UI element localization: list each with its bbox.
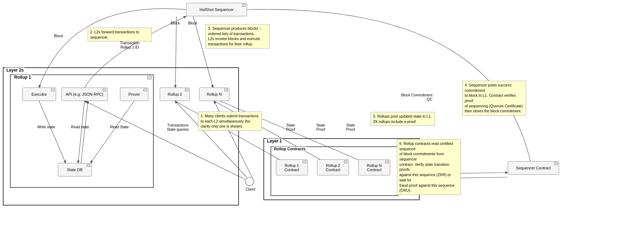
prover-corner-icon [143,89,147,91]
client-label: Client [246,187,255,191]
read-state-label: Read state [71,125,89,129]
block2-label: Block [171,21,180,25]
rollup2-label: Rollup 2 [168,92,182,96]
rollupN-contract-label: Rollup N Contract [367,163,382,172]
note6-box: 6. Rollup contracts read certified seque… [397,139,461,195]
rollupN-corner-icon [224,89,228,91]
hotshot-sequencer-box: HotShot Sequencer [186,3,247,16]
note5-text: 5. Rollups post updated state to L1. ZK-… [373,114,432,124]
executor-corner-icon [51,89,55,91]
prover-label: Prover [129,92,140,96]
read-state2-label: Read State [110,125,129,129]
executor-label: Executor [32,92,47,96]
rollup1-contract-corner [303,161,306,163]
sequencer-contract-corner [554,162,558,165]
statedb-corner-icon [87,164,90,167]
statedb-label: State DB [67,168,82,172]
note1-box: 1. Many clients submit transactions to e… [198,112,262,131]
transactions-state-label: Transactions State queries [167,119,189,131]
state-proof1-label: State Proof [286,119,295,131]
block-commitment-label: Block Commitment QC [401,89,432,101]
rollup1-contract-box: Rollup 1 Contract [276,159,308,175]
rollup2-contract-box: Rollup 2 Contract [317,159,349,175]
api-box: API (e.g. JSON-RPC) [61,88,108,101]
rollup1-contract-label: Rollup 1 Contract [284,163,299,172]
diagram-container: Layer 2s Rollup 1 HotShot Sequencer Exec… [0,0,644,225]
rollupN-contract-corner [385,161,389,163]
executor-box: Executor [22,88,56,101]
state-proof2-label: State Proof [316,119,325,131]
sequencer-contract-box: Sequencer Contract [508,161,559,175]
rollupN-contract-box: Rollup N Contract [358,159,390,175]
rollup-contracts-label: Rollup Contracts [273,147,306,151]
rollup2-contract-corner [344,161,348,163]
api-corner-icon [103,89,106,91]
note4-text: 4. Sequencer posts succinct commitment t… [465,83,523,113]
block1-label: Block [54,34,63,38]
statedb-box: State DB [58,163,92,176]
rollupN-label: Rollup N [207,92,222,96]
rollupN-box: Rollup N [199,88,229,101]
note1-text: 1. Many clients submit transactions to e… [201,114,258,128]
note3-text: 3. Sequencer produces blocks -- ordered … [208,26,262,46]
block3-label: Block [188,21,197,25]
hotshot-corner-icon [242,4,246,7]
note4-box: 4. Sequencer posts succinct commitment t… [462,81,526,116]
state-proof3-label: State Proof [346,119,355,131]
note5-box: 5. Rollups post updated state to L1. ZK-… [371,112,435,126]
note3-box: 3. Sequencer produces blocks -- ordered … [206,24,269,49]
prover-box: Prover [120,88,148,101]
transaction-rollup-label: Transaction Rollup 1 ID [120,36,139,49]
write-state-label: Write state [37,125,55,129]
note6-text: 6. Rollup contracts read certified seque… [399,141,454,192]
svg-point-11 [245,177,254,186]
api-label: API (e.g. JSON-RPC) [66,92,103,96]
note2-box: 2. L2s forward transactions to sequencer… [88,28,152,41]
rollup2-box: Rollup 2 [160,88,190,101]
layer2s-label: Layer 2s [5,68,25,73]
rollup2-corner-icon [185,89,189,91]
rollup2-contract-label: Rollup 2 Contract [326,163,340,172]
rollup1-label: Rollup 1 [13,75,32,80]
layer1-label: Layer 1 [266,139,283,144]
hotshot-sequencer-label: HotShot Sequencer [200,7,234,12]
sequencer-contract-label: Sequencer Contract [516,166,551,170]
